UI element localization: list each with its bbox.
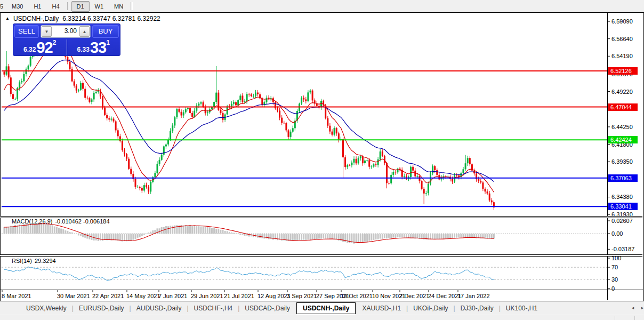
rsi-indicator-label: RSI(14) 29.3294 (12, 258, 56, 264)
tab-dj30-daily[interactable]: DJ30-,Daily (456, 303, 498, 314)
macd-name: MACD(12,26,9) (12, 218, 52, 225)
buy-price-display[interactable]: 6.33 33 1 (67, 38, 120, 57)
tab-usdchf-h4[interactable]: USDCHF-,H4 (189, 303, 238, 314)
rsi-value: 29.3294 (35, 258, 56, 264)
chart-tab-bar: USDX,Weekly|EURUSD-,Daily|AUDUSD-,Daily|… (0, 301, 644, 315)
tab-xauusd-h1[interactable]: XAUUSD-,H1 (357, 303, 406, 314)
buy-price-pip-digit: 1 (106, 39, 110, 46)
buy-price-prefix: 6.33 (77, 46, 90, 53)
tab-audusd-daily[interactable]: AUDUSD-,Daily (132, 303, 187, 314)
buy-button[interactable]: BUY (92, 25, 119, 38)
timeframe-button-mn[interactable]: MN (109, 1, 128, 12)
timeframe-toolbar: 5M30H1H4D1W1MN (0, 0, 644, 12)
rsi-name: RSI(14) (12, 258, 32, 264)
sell-price-big-digits: 92 (36, 40, 52, 55)
buy-price-big-digits: 33 (90, 40, 106, 55)
bottom-strip-separator (615, 316, 615, 320)
collapse-chart-icon[interactable]: ▲ (5, 17, 10, 21)
chart-tab-list: USDX,Weekly|EURUSD-,Daily|AUDUSD-,Daily|… (0, 301, 542, 315)
tab-uk100-h1[interactable]: UK100-,H1 (501, 303, 542, 314)
macd-values: -0.010462 -0.006184 (55, 218, 109, 225)
volume-input[interactable]: 3.00 (52, 26, 79, 37)
macd-rsi-separator[interactable] (0, 254, 642, 257)
macd-indicator-label: MACD(12,26,9) -0.010462 -0.006184 (12, 218, 110, 225)
tab-scroll-right-icon[interactable]: ▸ (639, 303, 644, 312)
one-click-trading-panel: SELL ▼ 3.00 ▲ BUY 6.32 92 2 6.33 33 1 (13, 23, 120, 56)
bottom-scrollbar-track (0, 315, 644, 320)
tab-ukoil-daily[interactable]: UKOil-,Daily (408, 303, 453, 314)
timeframe-button-m30[interactable]: M30 (6, 1, 28, 12)
tab-eurusd-daily[interactable]: EURUSD-,Daily (74, 303, 129, 314)
chart-symbol-title: USDCNH-,Daily (13, 15, 59, 22)
volume-increase-button[interactable]: ▲ (79, 26, 90, 37)
volume-decrease-button[interactable]: ▼ (42, 26, 52, 37)
timeframe-button-h4[interactable]: H4 (46, 1, 65, 12)
triangle-down-icon: ▼ (45, 29, 49, 34)
triangle-up-icon: ▲ (83, 29, 87, 34)
volume-stepper: ▼ 3.00 ▲ (41, 25, 91, 38)
toolbar-separator (67, 2, 69, 10)
tab-usdx-weekly[interactable]: USDX,Weekly (21, 303, 71, 314)
price-axis-border (607, 13, 608, 300)
sell-price-display[interactable]: 6.32 92 2 (13, 38, 67, 57)
sell-button[interactable]: SELL (14, 25, 39, 38)
timeframe-button-d1[interactable]: D1 (71, 1, 90, 12)
bottom-strip-separator (634, 316, 635, 320)
timeframe-button-w1[interactable]: W1 (90, 1, 109, 12)
sell-price-prefix: 6.32 (23, 46, 36, 53)
tab-scroll-left-icon[interactable]: ◂ (629, 303, 637, 312)
rsi-bottom-border (1, 290, 643, 290)
timeframe-button-5[interactable]: 5 (0, 1, 6, 12)
timeframe-button-h1[interactable]: H1 (28, 1, 46, 12)
chart-ohlc-values: 6.33214 6.33747 6.32781 6.32922 (62, 15, 160, 22)
toolbar-separator (131, 2, 133, 10)
chart-header: ▲ USDCNH-,Daily 6.33214 6.33747 6.32781 … (5, 15, 160, 22)
tab-usdcnh-daily[interactable]: USDCNH-,Daily (296, 302, 356, 314)
sell-price-pip-digit: 2 (53, 39, 57, 46)
tab-usdcad-daily[interactable]: USDCAD-,Daily (240, 303, 295, 314)
